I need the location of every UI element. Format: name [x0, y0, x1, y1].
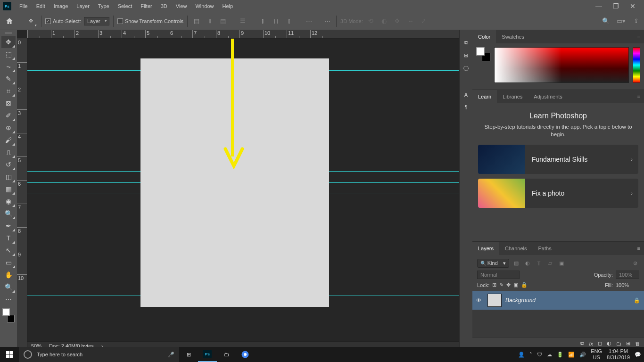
menu-layer[interactable]: Layer [72, 0, 94, 12]
hand-tool[interactable]: ✋ [1, 269, 16, 281]
learn-card-fundamental[interactable]: Fundamental Skills › [478, 145, 638, 174]
opacity-input[interactable]: 100% [616, 271, 639, 279]
filter-type-icon[interactable]: T [535, 259, 543, 268]
distribute-bottom-icon[interactable]: ⫿ [284, 16, 294, 26]
taskbar-photoshop[interactable]: Ps [198, 347, 217, 362]
layer-filter-kind-dropdown[interactable]: 🔍 Kind ▾ [477, 259, 509, 268]
ruler-vertical[interactable]: 012345678910 [17, 39, 27, 350]
menu-type[interactable]: Type [94, 0, 114, 12]
menu-image[interactable]: Image [50, 0, 73, 12]
filter-shape-icon[interactable]: ▱ [546, 259, 554, 268]
mic-icon[interactable]: 🎤 [168, 352, 174, 358]
new-layer-icon[interactable]: ⊞ [626, 340, 630, 346]
brush-tool[interactable]: 🖌 [1, 134, 16, 146]
rectangle-tool[interactable]: ▭ [1, 256, 16, 269]
menu-help[interactable]: Help [218, 0, 238, 12]
eyedropper-tool[interactable]: ✐ [1, 109, 16, 122]
menu-view[interactable]: View [172, 0, 191, 12]
battery-icon[interactable]: 🔋 [557, 352, 563, 358]
close-button[interactable]: ✕ [624, 0, 641, 12]
healing-brush-tool[interactable]: ⊕ [1, 122, 16, 134]
type-tool[interactable]: T [1, 232, 16, 244]
color-picker-field[interactable] [494, 47, 629, 83]
minimize-button[interactable]: — [590, 0, 607, 12]
menu-3d[interactable]: 3D [157, 0, 172, 12]
taskbar-search[interactable]: Type here to search 🎤 [19, 347, 179, 362]
distribute-spacing-icon[interactable]: ⋯ [304, 16, 314, 26]
align-left-edges-icon[interactable]: ▤ [191, 16, 202, 26]
menu-window[interactable]: Window [191, 0, 218, 12]
ruler-horizontal[interactable]: 123456789101112 [27, 30, 472, 39]
crop-tool[interactable]: ⌗ [1, 85, 16, 97]
align-top-edges-icon[interactable]: ☰ [238, 16, 248, 26]
tab-paths[interactable]: Paths [533, 242, 557, 255]
menu-select[interactable]: Select [114, 0, 137, 12]
filter-toggle-icon[interactable]: ⊘ [631, 259, 639, 268]
blur-tool[interactable]: ◉ [1, 195, 16, 207]
delete-layer-icon[interactable]: 🗑 [635, 341, 640, 346]
history-brush-tool[interactable]: ↺ [1, 158, 16, 171]
more-align-icon[interactable]: ⋯ [322, 16, 332, 26]
menu-edit[interactable]: Edit [32, 0, 50, 12]
layer-thumbnail[interactable] [487, 294, 502, 307]
link-layers-icon[interactable]: ⧉ [580, 340, 584, 346]
share-icon[interactable]: ⇪ [631, 16, 641, 26]
home-button[interactable] [3, 15, 16, 28]
panel-menu-icon[interactable]: ≡ [634, 246, 644, 251]
adjustment-layer-icon[interactable]: ◐ [607, 340, 611, 346]
eraser-tool[interactable]: ◫ [1, 171, 16, 183]
move-tool-indicator[interactable]: ✥▾ [24, 15, 37, 28]
auto-select-checkbox[interactable]: Auto-Select: [45, 18, 81, 24]
onedrive-icon[interactable]: ☁ [547, 352, 552, 358]
start-button[interactable] [0, 347, 19, 362]
language-indicator[interactable]: ENGUS [591, 348, 602, 361]
tab-layers[interactable]: Layers [472, 242, 499, 255]
tray-expand-icon[interactable]: ˄ [529, 352, 532, 358]
filter-pixel-icon[interactable]: ▧ [512, 259, 520, 268]
fill-input[interactable]: 100% [616, 282, 639, 288]
panel-menu-icon[interactable]: ≡ [634, 94, 644, 99]
wifi-icon[interactable]: 📶 [568, 352, 575, 358]
filter-adjustment-icon[interactable]: ◐ [523, 259, 532, 268]
tab-learn[interactable]: Learn [472, 90, 497, 103]
frame-tool[interactable]: ⊠ [1, 97, 16, 109]
path-select-tool[interactable]: ↖ [1, 244, 16, 256]
align-right-edges-icon[interactable]: ▤ [218, 16, 228, 26]
group-icon[interactable]: 🗀 [616, 341, 621, 346]
layer-list[interactable]: 👁 Background 🔒 [472, 291, 644, 337]
lasso-tool[interactable]: ⏦ [1, 60, 16, 73]
properties-panel-icon[interactable]: ⊞ [464, 52, 468, 58]
people-icon[interactable]: 👤 [518, 352, 525, 358]
filter-smart-icon[interactable]: ▣ [557, 259, 566, 268]
lock-image-icon[interactable]: ✎ [499, 282, 504, 288]
character-panel-icon[interactable]: A [464, 92, 468, 98]
layer-name[interactable]: Background [505, 297, 630, 304]
taskbar-chrome[interactable] [236, 347, 255, 362]
clone-stamp-tool[interactable]: ⎍ [1, 146, 16, 158]
lock-transparent-icon[interactable]: ⊞ [492, 282, 496, 288]
tab-channels[interactable]: Channels [499, 242, 532, 255]
distribute-top-icon[interactable]: ⫿ [257, 16, 268, 26]
distribute-vcenter-icon[interactable]: ⫼ [271, 16, 281, 26]
hue-slider[interactable] [633, 47, 640, 83]
move-tool[interactable]: ✥ [1, 36, 16, 48]
search-icon[interactable]: 🔍 [601, 16, 611, 26]
action-center-icon[interactable]: 💬 [635, 352, 641, 358]
zoom-tool[interactable]: 🔍 [1, 281, 16, 293]
show-transform-checkbox[interactable]: Show Transform Controls [117, 18, 183, 24]
security-icon[interactable]: 🛡 [537, 352, 542, 357]
layer-item-background[interactable]: 👁 Background 🔒 [472, 291, 644, 310]
panel-menu-icon[interactable]: ≡ [634, 34, 644, 40]
learn-card-fix-photo[interactable]: Fix a photo › [478, 179, 638, 208]
pen-tool[interactable]: ✒ [1, 220, 16, 232]
gradient-tool[interactable]: ▦ [1, 183, 16, 195]
edit-toolbar[interactable]: ⋯ [1, 293, 16, 305]
dodge-tool[interactable]: 🔍 [1, 207, 16, 220]
foreground-background-swatch[interactable] [1, 308, 16, 322]
canvas-viewport[interactable]: 123456789101112 012345678910 50% Doc: 2.… [17, 30, 472, 350]
tab-color[interactable]: Color [472, 30, 496, 43]
history-panel-icon[interactable]: ⧉ [464, 40, 468, 46]
task-view-icon[interactable]: ⊞ [179, 347, 198, 362]
workspace-switcher-icon[interactable]: ▭▾ [616, 16, 626, 26]
tab-adjustments[interactable]: Adjustments [528, 90, 568, 103]
